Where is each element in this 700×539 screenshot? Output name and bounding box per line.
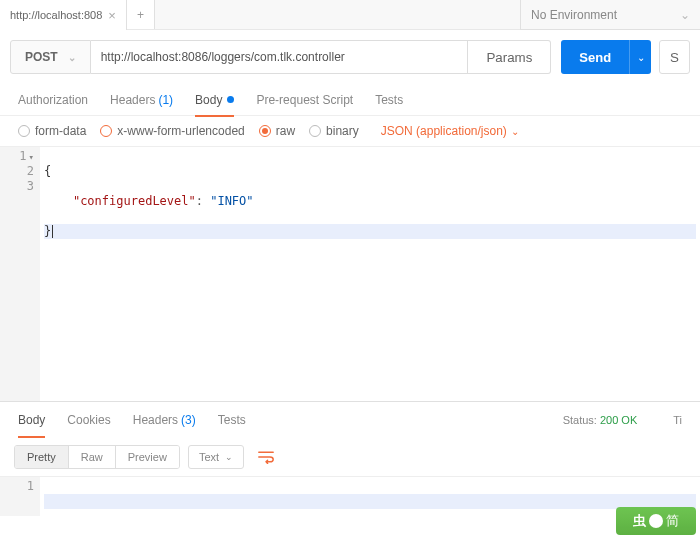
response-tab-tests[interactable]: Tests: [218, 402, 246, 438]
radio-icon: [259, 125, 271, 137]
view-pretty-button[interactable]: Pretty: [15, 446, 68, 468]
wrap-lines-button[interactable]: [252, 444, 280, 470]
tab-body[interactable]: Body: [195, 84, 234, 116]
fold-icon: ▾: [29, 152, 34, 162]
chevron-down-icon: ⌄: [225, 452, 233, 462]
http-method-select[interactable]: POST ⌄: [10, 40, 91, 74]
response-body-editor[interactable]: 1: [0, 476, 700, 516]
response-status: Status:200 OK: [563, 414, 638, 426]
radio-binary[interactable]: binary: [309, 124, 359, 138]
environment-label: No Environment: [531, 8, 617, 22]
response-format-select[interactable]: Text ⌄: [188, 445, 244, 469]
chevron-down-icon: ⌄: [680, 8, 690, 22]
radio-icon: [100, 125, 112, 137]
environment-select[interactable]: No Environment ⌄: [520, 0, 700, 30]
response-time: Ti: [673, 414, 682, 426]
request-tab-title: http://localhost:808: [10, 9, 102, 21]
save-button[interactable]: S: [659, 40, 690, 74]
code-area[interactable]: { "configuredLevel": "INFO" }: [40, 147, 700, 401]
tab-authorization[interactable]: Authorization: [18, 84, 88, 116]
add-tab-button[interactable]: +: [127, 0, 155, 29]
headers-count: (1): [158, 93, 173, 107]
tab-headers[interactable]: Headers (1): [110, 84, 173, 116]
chevron-down-icon: ⌄: [68, 52, 76, 63]
watermark-badge: 虫 简: [616, 507, 696, 535]
view-raw-button[interactable]: Raw: [69, 446, 115, 468]
code-area[interactable]: [40, 477, 700, 516]
radio-raw[interactable]: raw: [259, 124, 295, 138]
response-view-mode: Pretty Raw Preview: [14, 445, 180, 469]
radio-form-data[interactable]: form-data: [18, 124, 86, 138]
view-preview-button[interactable]: Preview: [116, 446, 179, 468]
modified-indicator-icon: [227, 96, 234, 103]
tab-tests[interactable]: Tests: [375, 84, 403, 116]
line-gutter: 1▾ 2 3: [0, 147, 40, 401]
http-method-value: POST: [25, 50, 58, 64]
spacer: [155, 0, 520, 29]
radio-icon: [309, 125, 321, 137]
text-cursor: [52, 225, 53, 238]
chevron-down-icon: ⌄: [511, 126, 519, 137]
response-tab-cookies[interactable]: Cookies: [67, 402, 110, 438]
params-button[interactable]: Params: [468, 40, 551, 74]
line-gutter: 1: [0, 477, 40, 516]
response-tab-headers[interactable]: Headers (3): [133, 402, 196, 438]
send-button[interactable]: Send: [561, 40, 629, 74]
close-icon[interactable]: ×: [108, 8, 116, 23]
content-type-select[interactable]: JSON (application/json) ⌄: [381, 124, 519, 138]
url-input[interactable]: [91, 40, 469, 74]
request-body-editor[interactable]: 1▾ 2 3 { "configuredLevel": "INFO" }: [0, 146, 700, 401]
request-tab[interactable]: http://localhost:808 ×: [0, 0, 127, 30]
tab-prerequest[interactable]: Pre-request Script: [256, 84, 353, 116]
send-dropdown[interactable]: ⌄: [629, 40, 651, 74]
wrap-icon: [258, 450, 274, 464]
radio-urlencoded[interactable]: x-www-form-urlencoded: [100, 124, 244, 138]
chevron-down-icon: ⌄: [637, 52, 645, 63]
response-tab-body[interactable]: Body: [18, 402, 45, 438]
radio-icon: [18, 125, 30, 137]
response-headers-count: (3): [181, 413, 196, 427]
